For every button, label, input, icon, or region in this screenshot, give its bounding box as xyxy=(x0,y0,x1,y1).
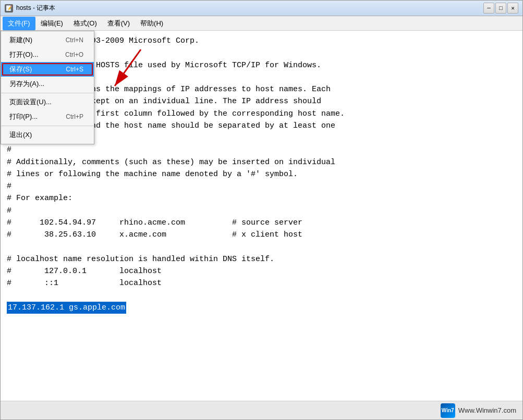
title-bar: 📝 hosts - 记事本 ─ □ ✕ xyxy=(1,1,522,16)
close-button[interactable]: ✕ xyxy=(507,3,518,14)
menu-help[interactable]: 帮助(H) xyxy=(135,17,168,30)
menu-separator-1 xyxy=(1,93,94,93)
watermark: Win7 Www.Winwin7.com xyxy=(441,403,516,418)
menu-separator-2 xyxy=(1,126,94,126)
window-controls: ─ □ ✕ xyxy=(483,3,518,14)
menu-item-new[interactable]: 新建(N) Ctrl+N xyxy=(1,33,94,47)
watermark-text: Www.Winwin7.com xyxy=(458,406,516,414)
menu-item-exit[interactable]: 退出(X) xyxy=(1,128,94,142)
menu-format[interactable]: 格式(O) xyxy=(68,17,102,30)
minimize-button[interactable]: ─ xyxy=(483,3,494,14)
file-dropdown-menu: 新建(N) Ctrl+N 打开(O)... Ctrl+O 保存(S) Ctrl+… xyxy=(1,31,94,144)
menu-view[interactable]: 查看(V) xyxy=(102,17,135,30)
window-title: hosts - 记事本 xyxy=(16,4,483,13)
menu-item-open[interactable]: 打开(O)... Ctrl+O xyxy=(1,47,94,62)
menu-bar: 文件(F) 编辑(E) 格式(O) 查看(V) 帮助(H) 新建(N) Ctrl… xyxy=(1,16,522,31)
menu-item-pagesetup[interactable]: 页面设置(U)... xyxy=(1,95,94,109)
menu-item-print[interactable]: 打印(P)... Ctrl+P xyxy=(1,109,94,124)
menu-item-saveas[interactable]: 另存为(A)... xyxy=(1,77,94,91)
menu-file[interactable]: 文件(F) xyxy=(3,17,35,30)
menu-edit[interactable]: 编辑(E) xyxy=(35,17,68,30)
maximize-button[interactable]: □ xyxy=(495,3,506,14)
watermark-icon: Win7 xyxy=(441,403,455,418)
watermark-bar: Win7 Www.Winwin7.com xyxy=(1,401,522,419)
menu-item-save[interactable]: 保存(S) Ctrl+S xyxy=(1,62,94,77)
notepad-window: 📝 hosts - 记事本 ─ □ ✕ 文件(F) 编辑(E) 格式(O) 查看… xyxy=(0,0,523,420)
app-icon: 📝 xyxy=(5,4,13,13)
